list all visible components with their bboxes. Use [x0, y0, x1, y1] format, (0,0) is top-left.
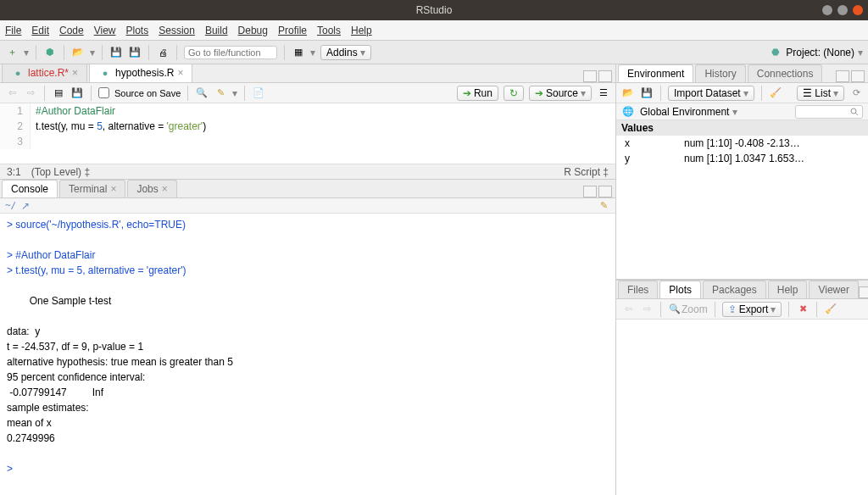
tab-files[interactable]: Files	[618, 281, 658, 298]
prev-plot-icon[interactable]: ⇦	[621, 303, 635, 316]
tab-help[interactable]: Help	[768, 281, 808, 298]
back-icon[interactable]: ⇦	[5, 86, 19, 100]
menu-code[interactable]: Code	[59, 25, 84, 36]
tab-environment[interactable]: Environment	[618, 64, 693, 82]
menu-plots[interactable]: Plots	[126, 25, 149, 36]
save-icon[interactable]: 💾	[70, 86, 84, 100]
outline-icon[interactable]: ☰	[597, 86, 610, 100]
menu-session[interactable]: Session	[159, 25, 195, 36]
file-type-label[interactable]: R Script ‡	[564, 166, 609, 178]
env-search-input[interactable]	[795, 105, 863, 119]
close-tab-icon[interactable]: ×	[177, 67, 183, 79]
tab-viewer[interactable]: Viewer	[809, 281, 858, 298]
globe-icon: 🌐	[621, 105, 635, 119]
run-button[interactable]: ➔Run	[457, 86, 498, 101]
open-file-icon[interactable]: 📂	[71, 46, 85, 59]
maximize-pane-icon[interactable]	[851, 70, 865, 82]
tab-packages[interactable]: Packages	[703, 281, 766, 298]
save-icon[interactable]: 💾	[640, 86, 654, 100]
env-var-row[interactable]: xnum [1:10] -0.408 -2.13…	[616, 136, 868, 151]
console-line	[7, 446, 609, 461]
maximize-pane-icon[interactable]	[598, 70, 612, 82]
project-label[interactable]: Project: (None)	[786, 47, 854, 58]
export-button[interactable]: ⇪Export▾	[722, 302, 782, 317]
source-on-save-checkbox[interactable]	[98, 87, 109, 98]
clear-plots-icon[interactable]: 🧹	[824, 303, 837, 316]
r-file-icon: ●	[98, 66, 112, 80]
list-view-button[interactable]: ☰List▾	[797, 86, 844, 101]
env-var-row[interactable]: ynum [1:10] 1.0347 1.653…	[616, 151, 868, 166]
minimize-pane-icon[interactable]	[836, 70, 849, 82]
source-editor[interactable]: 1#Author DataFlair2t.test(y, mu = 5, alt…	[0, 103, 615, 164]
close-tab-icon[interactable]: ×	[72, 67, 78, 79]
tab-terminal[interactable]: Terminal×	[59, 180, 125, 197]
env-scope[interactable]: Global Environment ▾	[640, 106, 737, 118]
wand-icon[interactable]: ✎	[214, 86, 227, 100]
console-line: alternative hypothesis: true mean is gre…	[7, 354, 609, 370]
menu-edit[interactable]: Edit	[31, 25, 49, 36]
menu-tools[interactable]: Tools	[317, 25, 341, 36]
env-values: Values xnum [1:10] -0.408 -2.13…ynum [1:…	[616, 120, 868, 279]
tab-lattice[interactable]: ● lattice.R* ×	[2, 64, 87, 82]
addins-button[interactable]: Addins▾	[320, 45, 371, 60]
maximize-pane-icon[interactable]	[598, 186, 612, 197]
menu-profile[interactable]: Profile	[278, 25, 307, 36]
new-project-icon[interactable]: ⬢	[43, 46, 57, 59]
console-line: sample estimates:	[7, 400, 609, 415]
clear-console-icon[interactable]: ✎	[597, 199, 610, 213]
save-all-icon[interactable]: 💾	[128, 46, 142, 59]
menu-file[interactable]: File	[5, 25, 21, 36]
console-line: data: y	[7, 324, 609, 339]
console-line: -0.07799147 Inf	[7, 385, 609, 400]
editor-line[interactable]: 2t.test(y, mu = 5, alternative = 'greate…	[0, 119, 615, 134]
show-doc-icon[interactable]: ▤	[52, 86, 65, 100]
r-file-icon: ●	[11, 66, 25, 80]
tab-plots[interactable]: Plots	[659, 281, 701, 298]
tab-connections[interactable]: Connections	[748, 64, 823, 82]
refresh-icon[interactable]: ⟳	[849, 86, 863, 100]
console-line: > t.test(y, mu = 5, alternative = 'great…	[7, 263, 609, 278]
grid-icon[interactable]: ▦	[292, 46, 305, 59]
console-path-bar: ~/ ↗ ✎	[0, 198, 615, 214]
save-icon[interactable]: 💾	[109, 46, 123, 59]
rerun-button[interactable]: ↻	[504, 86, 524, 101]
new-file-icon[interactable]: ＋	[5, 46, 19, 59]
next-plot-icon[interactable]: ⇨	[640, 303, 654, 316]
menu-build[interactable]: Build	[205, 25, 228, 36]
minimize-pane-icon[interactable]	[583, 70, 597, 82]
clear-icon[interactable]: 🧹	[769, 86, 782, 100]
minimize-pane-icon[interactable]	[859, 286, 868, 298]
print-icon[interactable]: 🖨	[156, 46, 170, 59]
maximize-icon[interactable]	[837, 5, 848, 15]
scope-label[interactable]: (Top Level) ‡	[31, 166, 90, 178]
load-icon[interactable]: 📂	[621, 86, 635, 100]
compile-report-icon[interactable]: 📄	[252, 86, 265, 100]
source-button[interactable]: ➔Source▾	[529, 86, 592, 101]
plot-canvas	[616, 320, 868, 495]
menu-view[interactable]: View	[94, 25, 116, 36]
forward-icon[interactable]: ⇨	[24, 86, 37, 100]
editor-line[interactable]: 3	[0, 134, 615, 149]
minimize-pane-icon[interactable]	[583, 186, 597, 197]
console-line	[7, 232, 609, 248]
goto-file-input[interactable]	[184, 46, 277, 59]
close-icon[interactable]	[853, 5, 863, 15]
tab-hypothesis[interactable]: ● hypothesis.R ×	[89, 64, 192, 82]
editor-line[interactable]: 1#Author DataFlair	[0, 103, 615, 119]
console-path: ~/	[5, 200, 16, 211]
import-dataset-button[interactable]: Import Dataset▾	[668, 86, 754, 101]
menu-debug[interactable]: Debug	[238, 25, 268, 36]
tab-console[interactable]: Console	[2, 180, 58, 197]
source-on-save-label: Source on Save	[114, 88, 181, 98]
menu-help[interactable]: Help	[351, 25, 372, 36]
tab-jobs[interactable]: Jobs×	[127, 180, 176, 197]
tab-history[interactable]: History	[695, 64, 745, 82]
remove-plot-icon[interactable]: ✖	[796, 303, 810, 316]
console-line: t = -24.537, df = 9, p-value = 1	[7, 339, 609, 354]
console-output[interactable]: > source('~/hypothesis.R', echo=TRUE) > …	[0, 214, 615, 495]
minimize-icon[interactable]	[822, 5, 832, 15]
env-toolbar: 📂 💾 Import Dataset▾ 🧹 ☰List▾ ⟳	[616, 83, 868, 103]
zoom-button[interactable]: 🔍Zoom	[668, 303, 708, 316]
console-line: >	[7, 461, 609, 476]
find-icon[interactable]: 🔍	[195, 86, 209, 100]
